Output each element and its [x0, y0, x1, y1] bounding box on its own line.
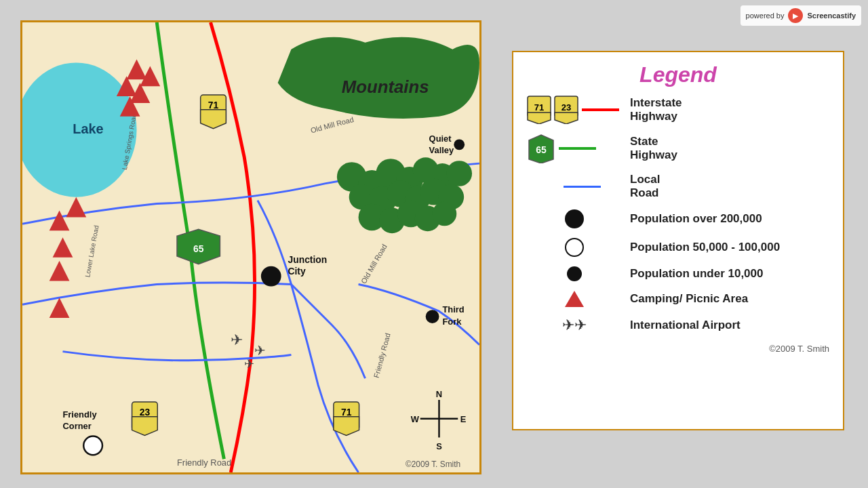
shield-71: 71	[527, 96, 551, 124]
svg-text:65: 65	[536, 144, 547, 155]
map-copyright: ©2009 T. Smith	[406, 460, 460, 469]
state-label: StateHighway	[630, 135, 829, 162]
svg-text:71: 71	[208, 100, 219, 110]
screencastify-logo: ▶	[788, 8, 803, 23]
friendly-corner-label: Friendly	[63, 409, 98, 420]
compass-e: E	[460, 414, 467, 424]
legend-row-state: 65 StateHighway	[527, 134, 829, 163]
svg-point-48	[426, 310, 439, 323]
legend-row-airport: ✈✈ International Airport	[527, 317, 829, 334]
interstate-symbol: 71 23	[527, 96, 622, 124]
svg-point-8	[446, 161, 472, 186]
mountains-label: Mountains	[342, 77, 429, 96]
airport-symbol: ✈✈	[527, 317, 622, 334]
state-line	[559, 147, 596, 150]
legend-title: Legend	[527, 62, 829, 87]
legend-copyright: ©2009 T. Smith	[527, 344, 829, 354]
compass-w: W	[411, 414, 420, 424]
pop10k-symbol	[527, 266, 622, 281]
quiet-valley-label: Quiet	[429, 134, 452, 144]
legend-row-interstate: 71 23 InterstateHighway	[527, 96, 829, 124]
friendly-road2-label: Friendly Road	[177, 458, 231, 468]
pop10k-circle	[567, 266, 582, 281]
pop50k-label: Population 50,000 - 100,000	[630, 241, 829, 254]
local-line	[564, 186, 601, 188]
pop10k-label: Population under 10,000	[630, 267, 829, 281]
lake-label: Lake	[73, 121, 103, 136]
legend-row-pop10k: Population under 10,000	[527, 266, 829, 281]
legend-row-pop50k: Population 50,000 - 100,000	[527, 238, 829, 257]
map-container: Old Mill Road Old Mill Road Friendly Roa…	[20, 20, 481, 474]
svg-point-50	[83, 436, 102, 455]
svg-text:Corner: Corner	[63, 421, 92, 431]
legend-row-camping: Camping/ Picnic Area	[527, 291, 829, 307]
third-fork-label: Third	[442, 304, 464, 314]
svg-point-46	[454, 139, 465, 150]
shield-65-legend: 65	[527, 134, 555, 163]
svg-text:Valley: Valley	[429, 145, 454, 155]
camping-symbol	[527, 291, 622, 307]
interstate-line	[582, 108, 619, 111]
local-symbol	[527, 186, 622, 188]
legend-row-local: LocalRoad	[527, 173, 829, 200]
camping-triangle	[565, 291, 584, 307]
svg-text:71: 71	[534, 102, 544, 113]
pop50k-symbol	[527, 238, 622, 257]
legend-row-pop200k: Population over 200,000	[527, 209, 829, 228]
local-label: LocalRoad	[630, 173, 829, 200]
interstate-label: InterstateHighway	[630, 96, 829, 123]
airport-label: International Airport	[630, 319, 829, 332]
svg-text:✈: ✈	[244, 357, 254, 371]
state-symbol: 65	[527, 134, 622, 163]
compass-n: N	[436, 389, 442, 399]
compass-s: S	[436, 441, 442, 451]
svg-text:Fork: Fork	[442, 317, 462, 327]
pop50k-circle	[565, 238, 584, 257]
svg-marker-55	[528, 113, 551, 124]
legend-container: Legend 71 23 InterstateHighway	[512, 51, 844, 430]
camping-label: Camping/ Picnic Area	[630, 292, 829, 306]
screencastify-watermark: powered by ▶ Screencastify	[741, 5, 861, 26]
svg-text:✈: ✈	[254, 343, 266, 358]
shield-23-legend: 23	[554, 96, 578, 124]
pop200k-symbol	[527, 209, 622, 228]
airport-airplane-icon: ✈✈	[557, 317, 591, 334]
svg-text:23: 23	[140, 407, 151, 418]
svg-text:✈: ✈	[231, 331, 243, 348]
pop200k-label: Population over 200,000	[630, 212, 829, 226]
powered-by-text: powered by	[746, 12, 785, 20]
screencastify-brand: Screencastify	[807, 12, 856, 20]
svg-text:23: 23	[561, 102, 571, 113]
interstate-shields: 71 23	[527, 96, 578, 124]
junction-city-label: Junction	[288, 254, 328, 265]
svg-point-19	[433, 202, 457, 226]
svg-text:City: City	[288, 266, 306, 277]
svg-text:71: 71	[341, 407, 352, 418]
svg-point-44	[261, 266, 281, 287]
svg-marker-58	[555, 113, 578, 124]
pop200k-circle	[565, 209, 584, 228]
map-svg: Old Mill Road Old Mill Road Friendly Roa…	[22, 22, 479, 472]
svg-text:65: 65	[193, 243, 204, 254]
